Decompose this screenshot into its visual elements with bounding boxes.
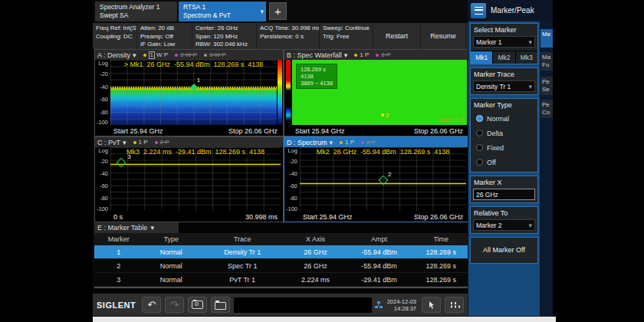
side-item-marker[interactable]: Me <box>540 29 553 48</box>
status-bar: SIGLENT 2024-12-03 14:28:37 <box>93 294 468 316</box>
preamp-value: Preamp: Off <box>140 33 189 41</box>
relative-to-dropdown[interactable]: Marker 2 <box>473 219 535 231</box>
marker-type-normal[interactable]: Normal <box>473 111 535 126</box>
panel-d-trace1-toggle[interactable]: 1 P <box>340 139 354 146</box>
redo-icon <box>170 299 179 310</box>
resume-button[interactable]: Resume <box>421 23 466 49</box>
atten-group: Atten: 20 dB Preamp: Off IF Gain: Low <box>137 23 192 49</box>
panel-e-title: E : Marker Table <box>97 224 147 232</box>
marker1-label: 1 <box>197 77 200 84</box>
freq-group: Center: 26 GHz Span: 120 MHz RBW: 302.04… <box>192 23 257 49</box>
center-freq-value: Center: 26 GHz <box>196 25 253 33</box>
table-row[interactable]: 1 Normal Density Tr 1 26 GHz -55.94 dBm … <box>94 245 469 259</box>
trace2-mode: 2 P <box>366 139 376 146</box>
panel-c-header[interactable]: C : PvT 1 P 2 P <box>95 137 283 147</box>
panel-b-trace1-toggle[interactable]: 1 P <box>354 51 369 58</box>
all-marker-off-button[interactable]: All Marker Off <box>470 237 538 264</box>
col-ampt: Ampt <box>346 235 413 243</box>
touch-pointer-icon <box>428 301 435 310</box>
panel-e-header[interactable]: E : Marker Table <box>94 222 179 233</box>
density-bitmap <box>110 60 277 125</box>
panel-c-plot: Mk3 2.224 ms -29.41 dBm 128.269 s 4138 3 <box>110 147 281 211</box>
radio-icon <box>476 130 483 136</box>
panel-a-trace3-toggle[interactable]: 3 W P <box>204 51 226 58</box>
table-scrollbar[interactable] <box>94 287 469 288</box>
page-edge-strip <box>93 317 556 322</box>
chevron-down-icon <box>528 83 532 90</box>
acq-time-value: ACQ Time: 30.998 ms <box>260 25 316 33</box>
panel-c-title: C : PvT <box>97 139 120 146</box>
persistence-value: Persistence: 0 s <box>260 33 316 41</box>
add-tab-button[interactable] <box>269 2 287 20</box>
panel-d-trace2-toggle[interactable]: 2 P <box>361 139 376 146</box>
table-row[interactable]: 3 Normal PvT Tr 1 2.224 ms -29.41 dBm 12… <box>94 273 469 287</box>
panel-c-trace2-toggle[interactable]: 2 P <box>155 139 169 146</box>
marker-trace-section: Marker Trace Density Tr 1 <box>470 67 538 95</box>
panel-e-marker-table: E : Marker Table Marker Type Trace X Axi… <box>94 222 469 293</box>
marker-type-off[interactable]: Off <box>473 155 535 169</box>
marker-trace-label: Marker Trace <box>474 71 534 78</box>
panel-b-header[interactable]: B : Spec Waterfall 1 P 2 P <box>284 50 468 60</box>
side-item-peak-config[interactable]: Pe Co <box>540 100 553 118</box>
pvt-trace <box>110 164 281 165</box>
undo-button[interactable] <box>142 297 161 313</box>
marker-x-label: Marker X <box>474 179 534 186</box>
panel-d-marker-readout: Mk2 26 GHz -55.94 dBm 128.269 s 4138 <box>300 148 466 156</box>
stop-freq-label: Stop 26.06 GHz <box>228 127 278 135</box>
table-row[interactable]: 2 Normal Spec Tr 1 26 GHz -55.94 dBm 128… <box>94 259 469 273</box>
chevron-down-icon <box>260 8 264 16</box>
marker3-label: 3 <box>127 153 130 160</box>
trace1-mode: 1 P <box>345 139 354 146</box>
marker-type-delta[interactable]: Delta <box>473 126 535 140</box>
rbw-value: RBW: 302.046 kHz <box>196 41 253 49</box>
panel-a-trace2-toggle[interactable]: 2 W P <box>175 51 197 58</box>
trace1-mode: W P <box>156 51 168 58</box>
side-item-peak-search[interactable]: Pe Se <box>540 77 553 95</box>
panel-c-trace1-toggle[interactable]: 1 P <box>133 139 148 146</box>
panel-d-header[interactable]: D : Spectrum 1 P 2 P <box>284 137 468 147</box>
marker2-waterfall-icon: ▼2 <box>380 112 389 119</box>
redo-button[interactable] <box>165 297 184 313</box>
trace1-dot-icon <box>133 141 136 144</box>
chevron-down-icon <box>330 139 334 146</box>
panel-a-header[interactable]: A : Density 1 W P 2 W P 3 W P <box>95 50 283 60</box>
side-item-marker-function[interactable]: Ma Fu <box>540 52 553 71</box>
touch-mode-button[interactable] <box>422 297 441 313</box>
apps-grid-button[interactable] <box>445 297 464 313</box>
waterfall-bitmap: 128.269 s 4138 3889 ~ 4138 ▼2 Spec Tr 1 <box>292 60 467 125</box>
panel-title: Marker/Peak <box>491 6 534 15</box>
restart-button[interactable]: Restart <box>373 23 421 49</box>
mk3-button[interactable]: Mk3 <box>516 51 537 64</box>
waterfall-info-box: 128.269 s 4138 3889 ~ 4138 <box>296 64 337 89</box>
tab-swept-sa[interactable]: Spectrum Analyzer 1 Swept SA <box>95 2 177 21</box>
panel-d-title: D : Spectrum <box>287 139 327 146</box>
chevron-down-icon <box>528 38 532 46</box>
hamburger-icon <box>475 7 483 15</box>
datetime-display: 2024-12-03 14:28:37 <box>387 298 416 312</box>
waterfall-colorbar <box>286 60 291 125</box>
chevron-down-icon <box>133 51 136 59</box>
marker-type-fixed[interactable]: Fixed <box>473 140 535 155</box>
freq-ref-group: Freq Ref: Int(S) Coupling: DC <box>93 23 137 49</box>
menu-button[interactable] <box>471 3 486 18</box>
panel-a-trace1-toggle[interactable]: 1 W P <box>143 51 169 59</box>
marker-peak-controls: Select Marker Marker 1 Mk1 Mk2 Mk3 Marke… <box>468 21 540 316</box>
col-xaxis: X Axis <box>285 235 345 243</box>
screenshot-button[interactable] <box>188 297 207 313</box>
trace2-mode: 2 P <box>160 139 169 146</box>
message-area <box>234 297 371 313</box>
mk1-button[interactable]: Mk1 <box>471 51 493 64</box>
mk2-button[interactable]: Mk2 <box>493 51 515 64</box>
marker-trace-dropdown[interactable]: Density Tr 1 <box>473 80 535 92</box>
file-button[interactable] <box>211 297 230 313</box>
panel-b-trace2-toggle[interactable]: 2 P <box>376 51 390 58</box>
sweep-group: Sweep: Continue Trig: Free <box>320 23 373 49</box>
marker-x-input[interactable]: 26 GHz <box>473 189 535 200</box>
tab-rtsa-active[interactable]: RTSA 1 Spectrum & PvT <box>179 2 266 21</box>
start-time-label: 0 s <box>113 213 123 221</box>
trace1-num: 1 <box>149 51 155 59</box>
select-marker-dropdown[interactable]: Marker 1 <box>473 36 535 48</box>
panel-c-marker-readout: Mk3 2.224 ms -29.41 dBm 128.269 s 4138 <box>110 148 281 156</box>
panel-a-title: A : Density <box>97 51 130 59</box>
lan-icon <box>377 301 380 304</box>
